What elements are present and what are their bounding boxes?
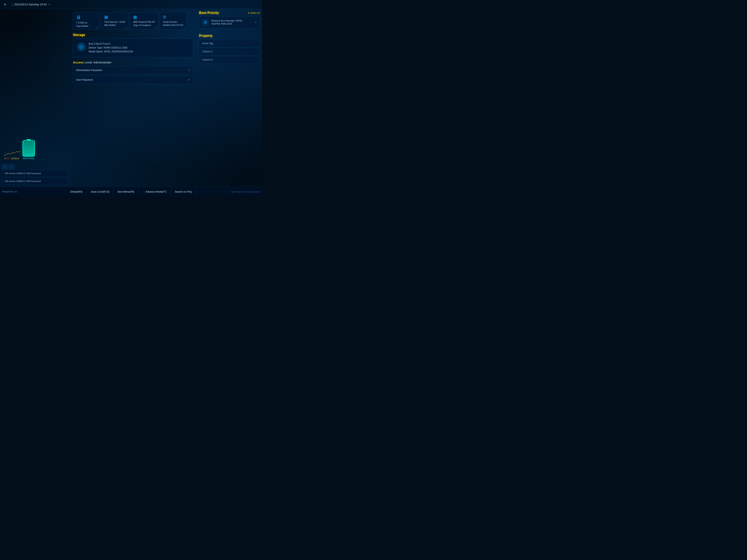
footer: Megatrends, Inc. Default(F9) Save & Exit… xyxy=(0,187,262,196)
hid-list: HID device SEMICO USB Keyboard HID devic… xyxy=(2,170,68,185)
center-panel: 🖥 7 3750H wi Vega Mobile ↙ ▦ Total Memor… xyxy=(70,9,197,187)
storage-bus: Bus:3 Dev:0 Func:0 xyxy=(89,42,133,46)
gear-icon: ⚙ xyxy=(163,15,184,20)
battery-widget: 61°C 1218mV 99% Primary xyxy=(2,136,68,162)
boot-item-menu-icon[interactable]: ≡ xyxy=(255,21,257,24)
mini-chart xyxy=(4,148,21,156)
svg-point-15 xyxy=(81,47,82,47)
boot-item-windows[interactable]: Windows Boot Manager (INTEL SSDPEK NW512… xyxy=(199,17,260,28)
user-password-row[interactable]: User Password ✏ xyxy=(73,76,193,84)
save-exit-f10-button[interactable]: Save & Exit(F10) xyxy=(87,187,114,196)
nav-arrows: ‹ › xyxy=(2,164,68,169)
advance-mode-f7-button[interactable]: → Advance Mode(F7) xyxy=(139,187,171,196)
footer-url: https://blog.csdn.net/pq_513131111 xyxy=(231,191,260,193)
boot-priority-title: Boot Priority xyxy=(199,11,219,15)
storage-model: Model Name: INTEL SSDPEKNW512G8 xyxy=(89,50,133,54)
ssd-icon xyxy=(77,43,85,51)
footer-brand: Megatrends, Inc. xyxy=(2,191,18,193)
hw-cards-row: 🖥 7 3750H wi Vega Mobile ↙ ▦ Total Memor… xyxy=(73,11,193,31)
header-date: 2021/03/13 Saturday 19:43 ✏ xyxy=(14,3,50,6)
svg-point-18 xyxy=(205,22,206,23)
boot-menu-f8-button[interactable]: Boot Menu(F8) xyxy=(114,187,138,196)
switch-all-button[interactable]: ⇅ Switch all xyxy=(248,12,260,14)
user-password-label: User Password xyxy=(76,78,93,81)
user-edit-icon[interactable]: ✏ xyxy=(188,78,190,81)
cpu-icon: 🖥 xyxy=(76,15,97,20)
card-arrow-cpu: ↙ xyxy=(97,26,98,28)
default-f9-button[interactable]: Default(F9) xyxy=(66,187,87,196)
admin-password-label: Administrator Password xyxy=(76,69,102,72)
access-section: Access Level: Administrator Administrato… xyxy=(73,60,193,85)
header: le | 2021/03/13 Saturday 19:43 ✏ xyxy=(0,0,262,9)
hw-card-gpu[interactable]: ▦ AMD Radeon(TM) RX Vega 10 Graphics ↙ xyxy=(130,12,158,29)
storage-title: Storage xyxy=(73,33,193,37)
boot-priority-section: Boot Priority ⇅ Switch all Windows Boot … xyxy=(199,11,260,28)
boot-header: Boot Priority ⇅ Switch all xyxy=(199,11,260,15)
access-level-text: Level: Administrator xyxy=(84,60,111,64)
storage-box: Bus:3 Dev:0 Func:0 Device Type: NVMe SSD… xyxy=(73,38,193,57)
temp-label: 61°C xyxy=(4,157,9,160)
right-panel: Boot Priority ⇅ Switch all Windows Boot … xyxy=(197,9,262,187)
storage-info: Bus:3 Dev:0 Func:0 Device Type: NVMe SSD… xyxy=(89,42,133,54)
property-section: Property Asset Tag: Column 1: Column 2: xyxy=(199,34,260,64)
left-panel: 61°C 1218mV 99% Primary ‹ › xyxy=(0,9,70,187)
nav-section: ‹ › HID device SEMICO USB Keyboard HID d… xyxy=(2,163,68,185)
battery-label: 99% Primary xyxy=(23,157,34,160)
hw-card-memory[interactable]: ▦ Total Memory: 16384 MB (DDR4) ↙ xyxy=(101,12,128,29)
storage-type: Device Type: NVMe SSD(512.1GB) xyxy=(89,46,133,50)
hid-device-2[interactable]: HID device SEMICO USB Keyboard xyxy=(2,178,68,185)
property-asset-tag: Asset Tag: xyxy=(199,40,260,47)
memory-icon: ▦ xyxy=(104,15,125,20)
battery-icon xyxy=(23,140,35,157)
card-arrow-gpu: ↙ xyxy=(155,26,157,28)
property-column1: Column 1: xyxy=(199,48,260,55)
voltage-label: 1218mV xyxy=(11,157,19,160)
property-title: Property xyxy=(199,34,260,38)
admin-edit-icon[interactable]: ✏ xyxy=(188,69,190,72)
hw-card-serial[interactable]: ⚙ Serial Number: K6NRCV03C767257 ↙ xyxy=(160,12,187,29)
admin-password-row[interactable]: Administrator Password ✏ xyxy=(73,66,193,75)
card-arrow-mem: ↙ xyxy=(125,26,127,28)
access-keyword: Access xyxy=(73,60,84,64)
storage-section: Storage Bus:3 Dev:0 Func:0 Device Type: … xyxy=(73,33,193,57)
boot-item-label: Windows Boot Manager (INTEL SSDPEK NW512… xyxy=(211,19,253,26)
edit-icon[interactable]: ✏ xyxy=(48,3,50,6)
windows-boot-icon xyxy=(202,19,209,26)
gpu-icon: ▦ xyxy=(133,15,155,20)
card-arrow-serial: ↙ xyxy=(184,26,185,28)
access-title: Access Level: Administrator xyxy=(73,60,193,64)
header-title: le xyxy=(4,3,6,6)
property-column2: Column 2: xyxy=(199,56,260,63)
hid-device-1[interactable]: HID device SEMICO USB Keyboard xyxy=(2,170,68,177)
nav-prev-button[interactable]: ‹ xyxy=(2,164,8,169)
nav-next-button[interactable]: › xyxy=(8,164,14,169)
hw-card-cpu[interactable]: 🖥 7 3750H wi Vega Mobile ↙ xyxy=(73,12,100,29)
search-faq-button[interactable]: Search on FAQ xyxy=(171,187,196,196)
